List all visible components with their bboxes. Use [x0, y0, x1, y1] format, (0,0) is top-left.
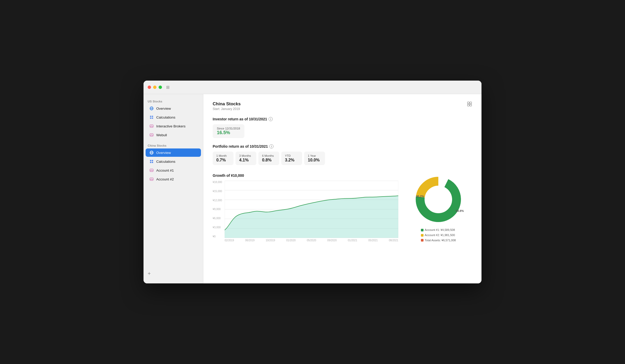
svg-rect-13	[152, 160, 153, 161]
globe-icon	[149, 106, 154, 111]
legend-account2: Account #2: ¥1,981,500	[421, 233, 456, 238]
x-label-05-2020: 05/2020	[307, 239, 316, 242]
legend-text-total: Total Assets: ¥6,571,008	[425, 238, 456, 243]
donut-area: 30.2% 69.8% Account #1: ¥4,589,508 Accou…	[405, 173, 472, 243]
svg-rect-19	[470, 102, 472, 104]
app-window: ⊞ US Stocks Overview	[144, 81, 481, 283]
y-label-3000: ¥3,000	[213, 226, 224, 229]
settings-icon[interactable]	[467, 101, 472, 108]
svg-rect-6	[152, 118, 153, 119]
titlebar: ⊞	[144, 81, 481, 94]
svg-point-32	[425, 186, 451, 212]
traffic-lights	[148, 86, 162, 89]
svg-rect-5	[150, 118, 151, 119]
legend-dot-account1	[421, 229, 424, 231]
svg-rect-3	[150, 116, 151, 117]
y-label-6000: ¥6,000	[213, 217, 224, 220]
growth-section: Growth of ¥10,000 ¥18,000 ¥15,000 ¥12,00…	[213, 173, 472, 243]
period-6months: 6 Months	[262, 154, 276, 157]
val-3months: 4.1%	[239, 158, 253, 162]
content-area: China Stocks Start: January 2019 Investo…	[203, 94, 481, 283]
add-portfolio-button[interactable]: +	[148, 271, 199, 276]
sidebar-group-us-stocks: US Stocks	[144, 98, 203, 104]
portfolio-info-icon[interactable]: i	[269, 144, 274, 148]
val-1month: 0.7%	[216, 158, 230, 162]
sidebar-item-cn-account1-label: Account #1	[156, 168, 174, 172]
sidebar-item-us-webull[interactable]: Webull	[146, 131, 201, 139]
sidebar-item-us-overview[interactable]: Overview	[146, 104, 201, 113]
investor-return-title: Investor return as of 10/31/2021 i	[213, 117, 472, 121]
sidebar-group-china-stocks: China Stocks	[144, 142, 203, 148]
growth-chart-area: Growth of ¥10,000 ¥18,000 ¥15,000 ¥12,00…	[213, 173, 398, 242]
page-title-block: China Stocks Start: January 2019	[213, 101, 241, 111]
x-label-02-2019: 02/2019	[225, 239, 234, 242]
sidebar-item-cn-account2-label: Account #2	[156, 177, 174, 181]
sidebar-item-cn-calculations-label: Calculations	[156, 160, 175, 164]
svg-rect-18	[467, 102, 469, 104]
fullscreen-button[interactable]	[159, 86, 162, 89]
inbox-icon-account1	[149, 168, 154, 173]
sidebar-item-cn-overview[interactable]: Overview	[146, 148, 201, 157]
grid-icon	[149, 115, 154, 120]
sidebar-item-cn-account1[interactable]: Account #1	[146, 166, 201, 174]
sidebar-item-cn-account2[interactable]: Account #2	[146, 175, 201, 183]
investor-value: 16.5%	[217, 130, 240, 135]
legend-dot-total	[421, 239, 424, 242]
x-label-10-2019: 10/2019	[266, 239, 275, 242]
chart-legend: Account #1: ¥4,589,508 Account #2: ¥1,98…	[421, 228, 456, 243]
sidebar-item-us-overview-label: Overview	[156, 107, 171, 110]
y-label-18000: ¥18,000	[213, 181, 224, 184]
period-1year: 1 Year	[308, 154, 321, 157]
sidebar-item-us-calculations[interactable]: Calculations	[146, 113, 201, 121]
sidebar-bottom: +	[144, 268, 203, 279]
inbox-icon-account2	[149, 177, 154, 181]
y-label-9000: ¥9,000	[213, 208, 224, 211]
period-1month: 1 Month	[216, 154, 230, 157]
x-label-01-2020: 01/2020	[286, 239, 296, 242]
svg-rect-4	[152, 116, 153, 117]
portfolio-card-1month: 1 Month 0.7%	[213, 152, 233, 165]
sidebar-item-cn-overview-label: Overview	[156, 151, 171, 155]
x-label-06-2019: 06/2019	[245, 239, 255, 242]
svg-rect-20	[467, 104, 469, 106]
grid-icon-cn	[149, 159, 154, 164]
growth-line-chart	[225, 181, 398, 238]
close-button[interactable]	[148, 86, 151, 89]
portfolio-cards: 1 Month 0.7% 3 Months 4.1% 6 Months 0.8%…	[213, 152, 472, 165]
svg-rect-15	[152, 162, 153, 163]
inbox-icon-webull	[149, 133, 154, 137]
investor-info-icon[interactable]: i	[269, 117, 273, 121]
sidebar-item-us-calculations-label: Calculations	[156, 115, 175, 119]
sidebar-item-us-webull-label: Webull	[156, 133, 167, 137]
val-1year: 10.0%	[308, 158, 321, 162]
legend-total: Total Assets: ¥6,571,008	[421, 238, 456, 243]
period-3months: 3 Months	[239, 154, 253, 157]
svg-rect-12	[150, 160, 151, 161]
sidebar-item-us-interactive[interactable]: Interactive Brokers	[146, 122, 201, 130]
portfolio-return-title: Portfolio return as of 10/31/2021 i	[213, 144, 472, 148]
legend-dot-account2	[421, 234, 424, 237]
globe-icon-cn	[149, 150, 154, 155]
svg-rect-14	[150, 162, 151, 163]
sidebar-item-us-interactive-label: Interactive Brokers	[156, 124, 186, 128]
portfolio-card-1year: 1 Year 10.0%	[304, 152, 325, 165]
growth-title: Growth of ¥10,000	[213, 173, 398, 178]
donut-svg	[412, 173, 464, 225]
main-content: US Stocks Overview	[144, 94, 481, 283]
x-label-01-2021: 01/2021	[348, 239, 357, 242]
sidebar: US Stocks Overview	[144, 94, 203, 283]
legend-text-account1: Account #1: ¥4,589,508	[425, 228, 455, 233]
donut-label-30: 30.2%	[416, 195, 424, 198]
legend-text-account2: Account #2: ¥1,981,500	[425, 233, 455, 238]
page-title: China Stocks	[213, 101, 241, 107]
period-ytd: YTD	[285, 154, 298, 157]
sidebar-toggle-icon[interactable]: ⊞	[166, 85, 170, 90]
page-header: China Stocks Start: January 2019	[213, 101, 472, 111]
investor-card: Since 12/31/2018 16.5%	[213, 124, 244, 138]
portfolio-card-ytd: YTD 3.2%	[281, 152, 302, 165]
investor-since: Since 12/31/2018	[217, 127, 240, 130]
donut-label-69: 69.8%	[456, 209, 464, 212]
sidebar-item-cn-calculations[interactable]: Calculations	[146, 157, 201, 166]
minimize-button[interactable]	[153, 86, 157, 89]
portfolio-card-6months: 6 Months 0.8%	[258, 152, 279, 165]
